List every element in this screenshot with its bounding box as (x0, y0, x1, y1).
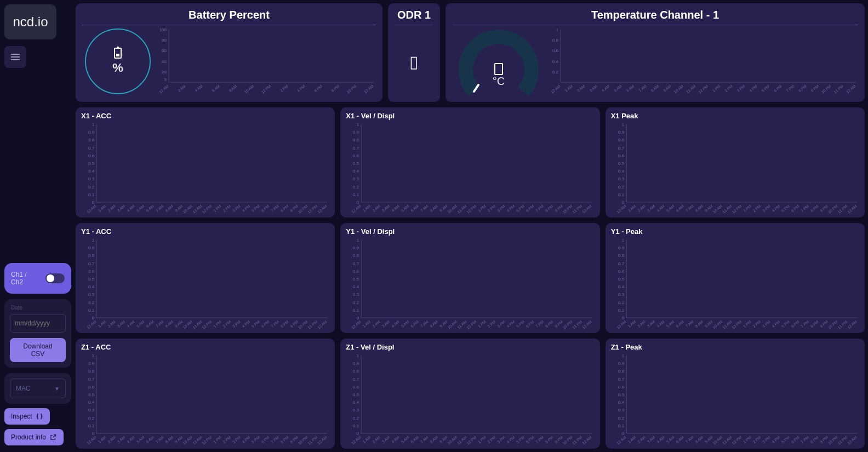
svg-text:0.3: 0.3 (618, 176, 625, 181)
date-input[interactable] (10, 314, 66, 333)
svg-text:7 PM: 7 PM (785, 84, 795, 93)
svg-text:0.2: 0.2 (552, 70, 559, 75)
svg-text:2 PM: 2 PM (752, 319, 761, 328)
svg-text:10 AM: 10 AM (712, 204, 723, 214)
svg-text:6 PM: 6 PM (526, 435, 535, 444)
svg-text:0.1: 0.1 (618, 192, 625, 197)
svg-text:1 AM: 1 AM (362, 435, 372, 444)
menu-toggle-button[interactable] (4, 46, 26, 68)
svg-text:11 AM: 11 AM (456, 319, 467, 329)
chevron-down-icon: ▼ (54, 386, 60, 392)
panel-x1-acc: X1 - ACC00.10.20.30.40.50.60.70.80.9112 … (76, 107, 335, 218)
svg-text:12 AM: 12 AM (616, 435, 627, 445)
svg-text:4 AM: 4 AM (656, 204, 665, 213)
svg-text:1 AM: 1 AM (98, 204, 107, 213)
svg-text:1 AM: 1 AM (362, 319, 372, 328)
svg-text:7 PM: 7 PM (535, 204, 544, 213)
svg-text:12 PM: 12 PM (201, 204, 212, 214)
svg-text:0.8: 0.8 (88, 369, 95, 374)
svg-text:12 AM: 12 AM (616, 204, 627, 214)
svg-text:7 AM: 7 AM (155, 435, 164, 444)
svg-text:3 PM: 3 PM (232, 319, 241, 328)
panel-z1-vel-displ: Z1 - Vel / Displ00.10.20.30.40.50.60.70.… (340, 339, 599, 449)
mac-select-card: MAC ▼ (4, 373, 71, 404)
svg-text:5 PM: 5 PM (251, 319, 260, 328)
panel-title: X1 - Vel / Displ (346, 112, 594, 120)
svg-text:1: 1 (621, 238, 624, 243)
svg-text:10 PM: 10 PM (827, 435, 838, 445)
svg-text:12 AM: 12 AM (317, 435, 328, 445)
svg-text:3 AM: 3 AM (646, 204, 655, 213)
svg-text:10 AM: 10 AM (182, 204, 193, 214)
svg-text:7 AM: 7 AM (685, 435, 694, 444)
svg-text:1: 1 (621, 353, 624, 358)
svg-text:1 PM: 1 PM (477, 319, 487, 328)
svg-text:3 PM: 3 PM (496, 435, 506, 444)
svg-text:4 PM: 4 PM (241, 319, 250, 328)
svg-text:11 AM: 11 AM (456, 204, 467, 214)
panel-title: Z1 - Vel / Displ (346, 343, 594, 351)
svg-text:8 AM: 8 AM (430, 435, 439, 444)
svg-text:0.9: 0.9 (618, 361, 625, 366)
svg-text:5 AM: 5 AM (401, 204, 410, 213)
inspect-button[interactable]: Inspect (4, 408, 50, 425)
svg-text:3 AM: 3 AM (381, 204, 391, 213)
svg-text:7 PM: 7 PM (535, 435, 544, 444)
battery-unit: % (112, 61, 123, 75)
panel-y1-peak: Y1 - Peak00.10.20.30.40.50.60.70.80.9112… (606, 223, 865, 333)
svg-text:12 PM: 12 PM (466, 319, 477, 329)
temperature-gauge: °C (452, 27, 545, 95)
svg-text:3 PM: 3 PM (496, 319, 506, 328)
channel-switch[interactable] (45, 273, 65, 283)
svg-text:0.9: 0.9 (353, 245, 359, 250)
svg-text:8 AM: 8 AM (164, 204, 174, 213)
svg-text:0.3: 0.3 (88, 408, 95, 413)
external-link-icon (49, 433, 57, 441)
svg-text:0.9: 0.9 (618, 130, 625, 135)
svg-text:6 AM: 6 AM (675, 435, 684, 444)
svg-text:0.3: 0.3 (353, 408, 359, 413)
svg-text:2 AM: 2 AM (372, 319, 381, 328)
panel-chart: 00.10.20.30.40.50.60.70.80.9112 AM1 AM2 … (346, 238, 594, 331)
svg-text:10 PM: 10 PM (562, 435, 573, 445)
svg-text:0.7: 0.7 (353, 261, 359, 266)
svg-text:11 AM: 11 AM (722, 435, 733, 445)
svg-text:11 PM: 11 PM (572, 204, 583, 214)
svg-text:4 AM: 4 AM (391, 204, 401, 213)
mac-select[interactable]: MAC ▼ (10, 379, 66, 398)
download-csv-button[interactable]: Download CSV (10, 338, 66, 362)
svg-text:0.1: 0.1 (353, 192, 359, 197)
inspect-label: Inspect (11, 413, 32, 420)
svg-text:12 AM: 12 AM (847, 435, 858, 445)
svg-text:11 PM: 11 PM (307, 204, 318, 214)
svg-text:6 AM: 6 AM (145, 435, 155, 444)
svg-text:10 PM: 10 PM (827, 204, 838, 214)
product-info-button[interactable]: Product info (4, 429, 64, 445)
svg-text:10 AM: 10 AM (244, 84, 255, 94)
svg-text:0.6: 0.6 (88, 269, 95, 274)
svg-text:4 PM: 4 PM (506, 435, 516, 444)
svg-text:2 PM: 2 PM (222, 435, 231, 444)
svg-text:8 PM: 8 PM (545, 319, 554, 328)
panel-chart: 00.10.20.30.40.50.60.70.80.9112 AM1 AM2 … (611, 238, 859, 331)
panel-title: Y1 - Vel / Displ (346, 227, 594, 236)
svg-text:6 PM: 6 PM (526, 204, 535, 213)
svg-text:3 PM: 3 PM (736, 84, 745, 93)
svg-text:4 AM: 4 AM (391, 319, 401, 328)
svg-text:3 AM: 3 AM (646, 319, 655, 328)
svg-text:1: 1 (357, 122, 359, 127)
svg-text:2 AM: 2 AM (637, 435, 646, 444)
svg-text:0.5: 0.5 (618, 277, 625, 282)
svg-text:0.9: 0.9 (88, 361, 95, 366)
svg-text:6 AM: 6 AM (145, 319, 155, 328)
panel-chart: 00.10.20.30.40.50.60.70.80.9112 AM1 AM2 … (81, 122, 329, 215)
svg-text:7 AM: 7 AM (155, 204, 164, 213)
svg-text:3 AM: 3 AM (117, 319, 126, 328)
svg-text:3 PM: 3 PM (762, 435, 771, 444)
svg-text:6 PM: 6 PM (790, 319, 800, 328)
svg-text:1: 1 (621, 122, 624, 127)
svg-text:2 AM: 2 AM (107, 319, 116, 328)
svg-text:4 PM: 4 PM (506, 319, 516, 328)
svg-text:0.1: 0.1 (353, 308, 359, 313)
svg-text:12 AM: 12 AM (846, 84, 856, 94)
